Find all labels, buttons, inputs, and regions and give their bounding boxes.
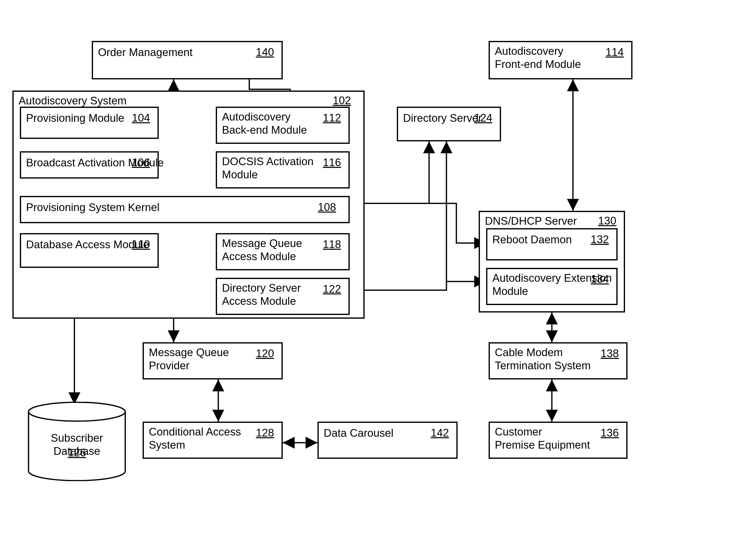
ref-ad-ext: 134 xyxy=(591,273,609,285)
ref-mq-access: 118 xyxy=(323,238,341,251)
box-docsis: DOCSIS Activation Module 116 xyxy=(216,151,350,188)
box-directory-server: Directory Server 124 xyxy=(397,107,501,141)
label-mq-provider: Message Queue Provider xyxy=(149,346,229,372)
ref-ad-backend: 112 xyxy=(323,112,341,124)
label-cas: Conditional Access System xyxy=(149,425,241,452)
label-directory-server: Directory Server xyxy=(403,112,482,125)
box-mq-provider: Message Queue Provider 120 xyxy=(143,342,283,379)
label-docsis: DOCSIS Activation Module xyxy=(222,155,314,181)
box-ad-backend: Autodiscovery Back-end Module 112 xyxy=(216,107,350,144)
label-psk: Provisioning System Kernel xyxy=(26,201,159,214)
box-order-management: Order Management 140 xyxy=(92,41,283,79)
svg-point-0 xyxy=(28,402,125,421)
label-ad-system: Autodiscovery System xyxy=(19,94,126,107)
box-ad-frontend: Autodiscovery Front-end Module 114 xyxy=(489,41,632,79)
box-cpe: Customer Premise Equipment 136 xyxy=(489,422,628,459)
label-dns-dhcp: DNS/DHCP Server xyxy=(485,215,577,228)
box-ds-access: Directory Server Access Module 122 xyxy=(216,278,350,315)
ref-cas: 128 xyxy=(256,426,274,439)
ref-psk: 108 xyxy=(318,201,336,213)
label-ad-backend: Autodiscovery Back-end Module xyxy=(222,111,307,137)
box-cmts: Cable Modem Termination System 138 xyxy=(489,342,628,379)
label-cpe: Customer Premise Equipment xyxy=(495,425,590,452)
label-mq-access: Message Queue Access Module xyxy=(222,237,302,263)
ref-docsis: 116 xyxy=(323,156,341,169)
box-provisioning-module: Provisioning Module 104 xyxy=(20,107,159,139)
ref-cmts: 138 xyxy=(601,347,619,360)
box-ad-ext: Autodiscovery Extension Module 134 xyxy=(486,268,618,305)
diagram-canvas: Order Management 140 Autodiscovery Front… xyxy=(0,0,753,560)
box-broadcast: Broadcast Activation Module 106 xyxy=(20,151,159,179)
cylinder-subscriber-db: Subscriber Database 126 xyxy=(27,402,126,481)
ref-dns-dhcp: 130 xyxy=(598,215,616,227)
label-ad-frontend: Autodiscovery Front-end Module xyxy=(495,45,581,71)
box-db-access: Database Access Module 110 xyxy=(20,233,159,268)
ref-order-management: 140 xyxy=(256,46,274,58)
ref-ds-access: 122 xyxy=(323,283,341,295)
label-order-management: Order Management xyxy=(98,46,193,59)
ref-directory-server: 124 xyxy=(474,112,492,124)
ref-reboot: 132 xyxy=(591,233,609,245)
label-reboot: Reboot Daemon xyxy=(492,233,572,246)
ref-mq-provider: 120 xyxy=(256,347,274,360)
ref-ad-frontend: 114 xyxy=(606,46,624,58)
ref-db-access: 110 xyxy=(132,238,150,251)
ref-broadcast: 106 xyxy=(132,156,150,169)
box-cas: Conditional Access System 128 xyxy=(143,422,283,459)
box-carousel: Data Carousel 142 xyxy=(317,422,458,459)
ref-ad-system: 102 xyxy=(333,94,351,107)
box-mq-access: Message Queue Access Module 118 xyxy=(216,233,350,270)
ref-cpe: 136 xyxy=(601,426,619,439)
box-psk: Provisioning System Kernel 108 xyxy=(20,196,350,223)
label-cmts: Cable Modem Termination System xyxy=(495,346,591,372)
box-reboot: Reboot Daemon 132 xyxy=(486,228,618,260)
ref-provisioning-module: 104 xyxy=(132,112,150,124)
ref-carousel: 142 xyxy=(431,426,449,439)
ref-sub-db: 126 xyxy=(27,446,126,459)
label-db-access: Database Access Module xyxy=(26,238,149,251)
label-carousel: Data Carousel xyxy=(324,426,393,440)
label-ds-access: Directory Server Access Module xyxy=(222,281,301,308)
label-provisioning-module: Provisioning Module xyxy=(26,112,124,125)
